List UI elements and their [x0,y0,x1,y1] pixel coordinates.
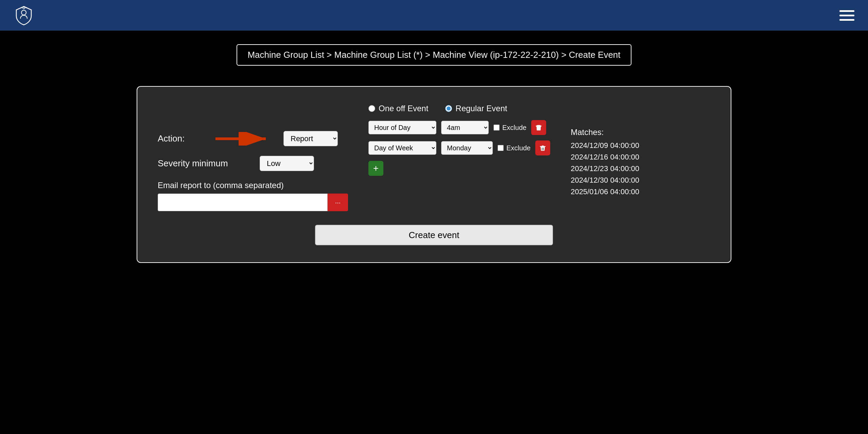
severity-select[interactable]: Low Medium High Critical [260,156,314,171]
logo-area [14,5,34,26]
action-select[interactable]: Report Alert Block [283,131,338,146]
dialog-box: Action: Report Alert Bl [137,86,731,263]
left-section: Action: Report Alert Bl [158,104,348,211]
hour-of-day-select[interactable]: Hour of Day Day of Week Day of Month [368,121,436,134]
breadcrumb: Machine Group List > Machine Group List … [237,44,631,66]
match-item-4: 2024/12/30 04:00:00 [571,176,710,185]
regular-event-option[interactable]: Regular Event [445,104,507,113]
day-exclude-checkbox[interactable] [498,145,504,151]
matches-section: Matches: 2024/12/09 04:00:00 2024/12/16 … [571,104,710,199]
shield-logo-icon [14,5,34,26]
create-button-row: Create event [158,225,710,245]
action-label: Action: [158,133,212,144]
dialog-content: Action: Report Alert Bl [158,104,710,211]
add-schedule-button[interactable]: + [368,161,383,176]
day-of-week-select[interactable]: Day of Week Hour of Day Day of Month [368,141,436,155]
one-off-label: One off Event [379,104,428,113]
breadcrumb-wrapper: Machine Group List > Machine Group List … [0,44,868,66]
day-exclude-label[interactable]: Exclude [498,144,531,152]
severity-label: Severity minimum [158,158,253,169]
hour-value-select[interactable]: 4am 5am 6am 12pm [441,121,489,134]
day-value-select[interactable]: Monday Tuesday Wednesday Thursday Friday… [441,141,493,155]
svg-point-0 [21,10,26,15]
regular-radio[interactable] [445,105,452,112]
svg-rect-9 [536,126,542,127]
email-input-row: ··· [158,194,348,211]
event-type-radio-row: One off Event Regular Event [368,104,550,113]
email-input[interactable] [158,194,328,211]
action-row: Action: Report Alert Bl [158,131,348,146]
severity-row: Severity minimum Low Medium High Critica… [158,156,348,171]
hour-of-day-row: Hour of Day Day of Week Day of Month 4am… [368,120,550,135]
email-browse-button[interactable]: ··· [328,194,348,211]
email-label: Email report to (comma separated) [158,181,348,190]
arrow-icon [215,132,270,146]
header [0,0,868,31]
hour-delete-button[interactable] [531,120,546,135]
match-item-3: 2024/12/23 04:00:00 [571,164,710,173]
regular-label: Regular Event [455,104,507,113]
day-delete-button[interactable] [535,140,550,155]
one-off-event-option[interactable]: One off Event [368,104,428,113]
svg-rect-10 [538,125,540,126]
main-content: Action: Report Alert Bl [0,86,868,263]
trash-icon [535,124,542,131]
create-event-button[interactable]: Create event [315,225,553,245]
matches-title: Matches: [571,128,710,137]
match-item-5: 2025/01/06 04:00:00 [571,187,710,196]
day-exclude-text: Exclude [506,144,531,152]
day-of-week-row: Day of Week Hour of Day Day of Month Mon… [368,140,550,155]
hour-exclude-text: Exclude [502,124,526,132]
email-section: Email report to (comma separated) ··· [158,181,348,211]
svg-rect-13 [542,148,542,150]
svg-rect-12 [542,146,544,146]
schedule-section: One off Event Regular Event Hour of Day … [368,104,550,199]
match-item-2: 2024/12/16 04:00:00 [571,153,710,162]
hour-exclude-checkbox[interactable] [493,124,500,131]
svg-rect-14 [543,148,544,150]
match-item-1: 2024/12/09 04:00:00 [571,141,710,150]
hour-exclude-label[interactable]: Exclude [493,124,526,132]
right-section: One off Event Regular Event Hour of Day … [368,104,710,199]
hamburger-menu-icon[interactable] [839,10,854,21]
one-off-radio[interactable] [368,105,375,112]
trash-icon-2 [539,144,546,152]
